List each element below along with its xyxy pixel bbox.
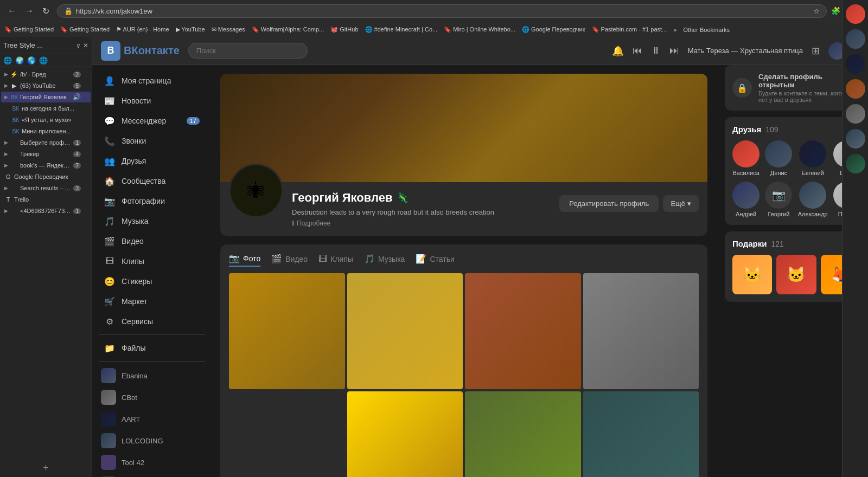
edit-profile-button[interactable]: Редактировать профиль [559, 195, 659, 212]
nav-group-tool42[interactable]: Tool 42 [92, 452, 212, 473]
bookmark-getting-started-1[interactable]: 🔖 Getting Started [4, 26, 54, 33]
nav-item-market[interactable]: 🛒 Маркет [95, 292, 208, 311]
friend-avatar [732, 182, 760, 209]
tab-vk-child-2[interactable]: ВК «Я устал, я мухо» ✕ [1, 114, 91, 125]
tab-label: book's — Яндекс... [20, 162, 71, 169]
floating-avatar-6[interactable] [846, 129, 865, 149]
apps-grid-icon[interactable]: ⊞ [812, 45, 820, 57]
nav-label: Мессенджер [122, 117, 180, 125]
nav-label: Маркет [122, 297, 200, 306]
nav-item-files[interactable]: 📁 Файлы [95, 338, 208, 358]
floating-avatar-5[interactable] [846, 104, 865, 124]
bookmark-more[interactable]: » [673, 27, 676, 33]
sidebar-expand-btn[interactable]: ∨ [76, 42, 81, 49]
sidebar-icon-3[interactable]: 🌎 [27, 56, 36, 65]
tab-books[interactable]: ▶ book's — Яндекс... 7 ✕ [1, 160, 91, 171]
back-button[interactable]: ← [4, 5, 20, 17]
friend-andrey[interactable]: Андрей [732, 182, 760, 217]
nav-group-cbot[interactable]: CBot [92, 386, 212, 408]
gift-1[interactable]: 🐱 [732, 255, 772, 294]
nav-item-my-page[interactable]: 👤 Моя страница [95, 71, 208, 91]
photo-cell-5[interactable] [347, 391, 463, 478]
nav-item-calls[interactable]: 📞 Звонки [95, 131, 208, 151]
notifications-icon[interactable]: 🔔 [612, 45, 624, 57]
forward-button[interactable]: → [22, 5, 37, 17]
friend-alexander[interactable]: Александр [798, 182, 828, 217]
extensions-icon[interactable]: 🧩 [831, 7, 840, 15]
tab-music[interactable]: 🎵 Музыка [364, 251, 405, 267]
vk-search-input[interactable] [188, 43, 308, 59]
bookmark-minecraft[interactable]: 🌐 #define Minecraft | Co... [365, 26, 438, 33]
bookmark-wolfram[interactable]: 🔖 Wolfram|Alpha: Comp... [252, 26, 324, 33]
friend-georgiy[interactable]: 📷 Георгий [765, 182, 792, 217]
nav-item-photos[interactable]: 📷 Фотографии [95, 191, 208, 211]
nav-group-aart[interactable]: AART [92, 408, 212, 430]
photo-cell-3[interactable] [465, 273, 581, 389]
bookmark-github[interactable]: 🐙 GitHub [330, 26, 358, 33]
more-profile-button[interactable]: Ещё ▾ [663, 195, 699, 212]
photo-cell-2[interactable] [347, 273, 463, 389]
photo-cell-6[interactable] [465, 391, 581, 478]
nav-item-stickers[interactable]: 😊 Стикеры [95, 272, 208, 291]
tab-video[interactable]: 🎬 Видео [271, 251, 308, 267]
add-tab-button[interactable]: + [0, 459, 92, 477]
address-bar[interactable]: 🔒 https://vk.com/jakow1ew ☆ [57, 4, 827, 18]
pause-icon[interactable]: ⏸ [651, 45, 661, 56]
group-label: LOLCODING [122, 437, 163, 445]
tab-profile[interactable]: ▶ Выберите профи... 1 ✕ [1, 137, 91, 148]
friend-vasilisa[interactable]: Василиса [732, 140, 760, 176]
bookmark-messages[interactable]: ✉ Messages [212, 26, 245, 33]
nav-item-communities[interactable]: 🏠 Сообщества [95, 171, 208, 191]
nav-group-hichef[interactable]: Hi-chef [92, 473, 212, 477]
sidebar-icon-4[interactable]: 🌐 [39, 56, 48, 65]
bookmark-google-translate[interactable]: 🌐 Google Переводчик [522, 26, 585, 33]
nav-item-clips[interactable]: 🎞 Клипы [95, 252, 208, 271]
profile-more-link[interactable]: ℹ Подробнее [292, 220, 551, 227]
friend-denis[interactable]: Денис [765, 140, 792, 176]
gift-2[interactable]: 🐱 [776, 255, 816, 294]
tab-tracker[interactable]: ▶ Трекер 4 ✕ [1, 149, 91, 159]
nav-group-lolcoding[interactable]: LOLCODING [92, 430, 212, 452]
next-track-icon[interactable]: ⏭ [669, 45, 679, 56]
tab-vk-child-1[interactable]: ВК на сегодня я был... ✕ [1, 103, 91, 114]
floating-avatar-7[interactable] [846, 154, 865, 173]
tab-vk-child-3[interactable]: ВК Мини-приложен... ✕ [1, 126, 91, 137]
sidebar-close-btn[interactable]: ✕ [83, 42, 88, 49]
tab-foto[interactable]: 📷 Фото [229, 251, 260, 267]
bookmark-getting-started-2[interactable]: 🔖 Getting Started [60, 26, 110, 33]
nav-item-services[interactable]: ⚙ Сервисы [95, 312, 208, 331]
foto-tab-icon: 📷 [229, 253, 240, 263]
nav-group-ebanina[interactable]: Ebanina [92, 365, 212, 386]
prev-track-icon[interactable]: ⏮ [633, 45, 642, 56]
nav-item-video[interactable]: 🎬 Видео [95, 231, 208, 251]
photo-cell-4[interactable] [583, 273, 699, 389]
bookmark-other[interactable]: Other Bookmarks [683, 27, 730, 33]
tab-hex[interactable]: ▶ <4D6963726F73...> 1 ✕ [1, 205, 91, 216]
bookmark-miro[interactable]: 🔖 Miro | Online Whitebo... [444, 26, 515, 33]
nav-label: Моя страница [122, 76, 200, 85]
services-icon: ⚙ [104, 316, 115, 327]
bookmark-aur[interactable]: ⚑ AUR (en) - Home [116, 26, 169, 33]
sidebar-icon-2[interactable]: 🌍 [15, 56, 24, 65]
tab-google-translate[interactable]: G Google Переводчик ✕ [1, 171, 91, 182]
nav-item-news[interactable]: 📰 Новости [95, 91, 208, 111]
tab-clips[interactable]: 🎞 Клипы [318, 251, 353, 267]
tab-georgiy[interactable]: ▶ ВК Георгий Яковлев 🔊 ✕ [1, 92, 91, 102]
tab-trello[interactable]: T Trello ✕ [1, 194, 91, 205]
photo-cell-7[interactable] [583, 391, 699, 478]
friend-evgeny[interactable]: Евгений [798, 140, 828, 176]
floating-avatar-4[interactable] [846, 79, 865, 99]
tab-bред[interactable]: ▶ ⚡ /b/ - Бред 2 ✕ [1, 69, 91, 80]
nav-item-messenger[interactable]: 💬 Мессенджер 17 [95, 111, 208, 131]
bookmark-pastebin[interactable]: 🔖 Pastebin.com - #1 past... [592, 26, 667, 33]
sidebar-icon-1[interactable]: 🌐 [3, 56, 12, 65]
tab-youtube[interactable]: ▶ ▶ (63) YouTube 5 ✕ [1, 80, 91, 91]
tab-articles[interactable]: 📝 Статьи [416, 251, 454, 267]
tab-search[interactable]: ▶ Search results – A... 3 ✕ [1, 183, 91, 194]
nav-item-friends[interactable]: 👥 Друзья [95, 151, 208, 171]
photo-cell-1[interactable] [229, 273, 345, 389]
floating-avatar-3[interactable] [846, 65, 865, 74]
refresh-button[interactable]: ↻ [39, 5, 53, 17]
bookmark-youtube[interactable]: ▶ YouTube [176, 26, 205, 33]
nav-item-music[interactable]: 🎵 Музыка [95, 211, 208, 231]
